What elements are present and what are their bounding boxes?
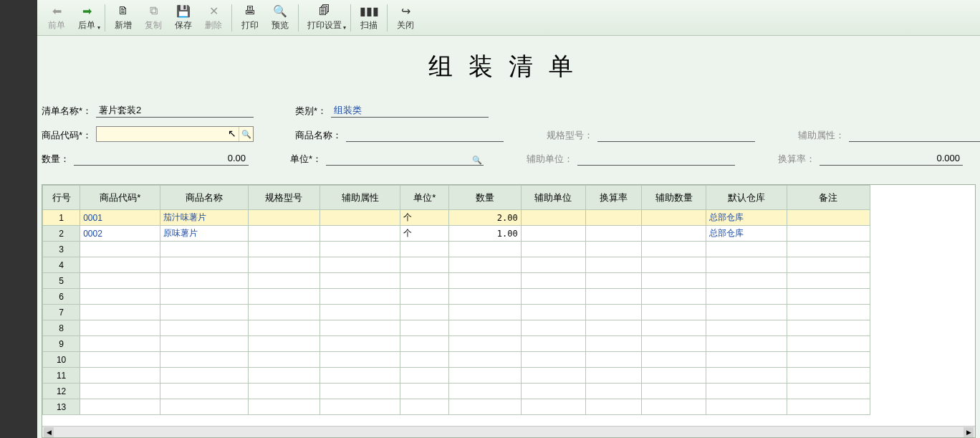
cell-warehouse[interactable] [706,257,787,273]
cell-warehouse[interactable] [706,399,787,415]
aux-attr-input[interactable] [849,128,980,142]
cell-spec[interactable] [248,320,320,336]
cell-rate[interactable] [585,273,641,289]
cell-name[interactable] [160,320,248,336]
cell-unit[interactable] [400,242,449,257]
cell-code[interactable] [80,352,160,368]
cell-rate[interactable] [585,352,641,368]
cell-code[interactable] [80,399,160,415]
cell-rate[interactable] [585,242,641,257]
cell-aux-attr[interactable] [320,399,400,415]
table-row[interactable]: 9 [43,336,870,352]
print-settings-button[interactable]: 🗐 打印设置 ▾ [302,1,347,35]
cell-qty[interactable] [449,352,521,368]
cell-qty[interactable] [449,289,521,305]
table-row[interactable]: 10001茄汁味薯片个2.00总部仓库 [43,210,870,226]
cell-qty[interactable] [449,305,521,320]
col-aux-qty[interactable]: 辅助数量 [642,186,706,210]
col-name[interactable]: 商品名称 [160,186,248,210]
cell-aux-qty[interactable] [642,210,706,226]
table-row[interactable]: 11 [43,368,870,384]
cell-aux-attr[interactable] [320,336,400,352]
unit-input[interactable] [326,151,471,165]
cell-warehouse[interactable] [706,368,787,384]
cell-rate[interactable] [585,368,641,384]
cell-warehouse[interactable] [706,242,787,257]
cell-qty[interactable] [449,368,521,384]
cell-remark[interactable] [787,352,870,368]
horizontal-scrollbar[interactable]: ◀ ▶ [42,426,975,437]
cell-warehouse[interactable] [706,352,787,368]
cell-unit[interactable] [400,384,449,399]
scroll-right-icon[interactable]: ▶ [964,427,974,437]
cell-code[interactable]: 0001 [80,210,160,226]
cell-aux-unit[interactable] [521,368,585,384]
table-row[interactable]: 13 [43,399,870,415]
cell-aux-qty[interactable] [642,289,706,305]
cell-aux-attr[interactable] [320,305,400,320]
cell-name[interactable]: 原味薯片 [160,226,248,242]
cell-unit[interactable] [400,336,449,352]
cell-unit[interactable] [400,352,449,368]
cell-remark[interactable] [787,257,870,273]
lookup-icon[interactable]: 🔍 [239,127,253,141]
cell-code[interactable] [80,289,160,305]
cell-remark[interactable] [787,336,870,352]
cell-aux-qty[interactable] [642,399,706,415]
table-row[interactable]: 4 [43,257,870,273]
cell-name[interactable] [160,352,248,368]
cell-spec[interactable] [248,336,320,352]
list-name-input[interactable] [96,103,254,118]
cell-aux-attr[interactable] [320,368,400,384]
cell-qty[interactable]: 2.00 [449,210,521,226]
cell-unit[interactable] [400,273,449,289]
cell-spec[interactable] [248,273,320,289]
col-spec[interactable]: 规格型号 [248,186,320,210]
cell-qty[interactable] [449,257,521,273]
cell-remark[interactable] [787,289,870,305]
cell-aux-qty[interactable] [642,368,706,384]
lookup-icon[interactable]: 🔍 [471,156,484,165]
copy-button[interactable]: ⧉ 复制 [138,1,168,35]
table-row[interactable]: 7 [43,305,870,320]
cell-aux-qty[interactable] [642,320,706,336]
cell-code[interactable] [80,384,160,399]
cell-aux-attr[interactable] [320,226,400,242]
cell-qty[interactable] [449,384,521,399]
cell-unit[interactable] [400,257,449,273]
cell-code[interactable]: 0002 [80,226,160,242]
col-rate[interactable]: 换算率 [585,186,641,210]
cell-qty[interactable] [449,273,521,289]
cell-aux-unit[interactable] [521,242,585,257]
cell-rate[interactable] [585,257,641,273]
cell-code[interactable] [80,336,160,352]
cell-aux-qty[interactable] [642,257,706,273]
cell-aux-qty[interactable] [642,305,706,320]
cell-aux-attr[interactable] [320,384,400,399]
cell-name[interactable] [160,242,248,257]
cell-aux-unit[interactable] [521,273,585,289]
print-button[interactable]: 🖶 打印 [235,1,265,35]
col-warehouse[interactable]: 默认仓库 [706,186,787,210]
cell-remark[interactable] [787,320,870,336]
cell-spec[interactable] [248,257,320,273]
cell-warehouse[interactable]: 总部仓库 [706,226,787,242]
cell-aux-qty[interactable] [642,384,706,399]
cell-aux-attr[interactable] [320,257,400,273]
cell-aux-attr[interactable] [320,242,400,257]
cell-aux-unit[interactable] [521,336,585,352]
cell-name[interactable] [160,399,248,415]
spec-input[interactable] [597,128,755,142]
col-remark[interactable]: 备注 [787,186,870,210]
category-input[interactable] [331,103,489,118]
cell-aux-attr[interactable] [320,320,400,336]
cell-spec[interactable] [248,242,320,257]
cell-name[interactable] [160,384,248,399]
cell-unit[interactable] [400,399,449,415]
cell-name[interactable]: 茄汁味薯片 [160,210,248,226]
cell-remark[interactable] [787,384,870,399]
cell-aux-unit[interactable] [521,210,585,226]
aux-unit-input[interactable] [577,151,735,166]
cell-aux-unit[interactable] [521,352,585,368]
table-row[interactable]: 6 [43,289,870,305]
